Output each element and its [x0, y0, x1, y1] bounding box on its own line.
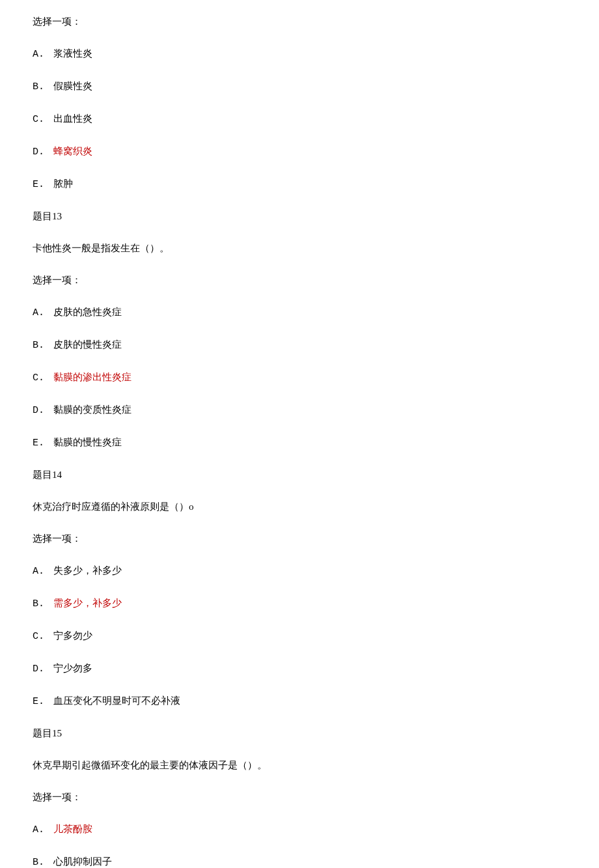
option-letter: C. — [33, 369, 51, 387]
option-a: A. 皮肤的急性炎症 — [33, 303, 566, 322]
option-text: 血压变化不明显时可不必补液 — [53, 695, 180, 706]
option-letter: A. — [33, 304, 51, 322]
option-text: 宁少勿多 — [53, 663, 92, 673]
option-letter: B. — [33, 854, 51, 868]
option-text: 失多少，补多少 — [53, 565, 122, 576]
option-text: 浆液性炎 — [53, 48, 92, 59]
option-e: E. 脓肿 — [33, 175, 566, 193]
option-letter: A. — [33, 821, 51, 839]
option-letter: D. — [33, 402, 51, 419]
question-stem: 卡他性炎一般是指发生在（）。 — [33, 240, 566, 257]
option-text: 心肌抑制因子 — [53, 856, 112, 867]
option-text-highlighted: 儿茶酚胺 — [53, 824, 92, 834]
option-c: C. 宁多勿少 — [33, 627, 566, 645]
question-title: 题目13 — [33, 208, 566, 225]
option-b: B. 需多少，补多少 — [33, 595, 566, 613]
option-text: 皮肤的急性炎症 — [53, 307, 122, 317]
question-title: 题目14 — [33, 466, 566, 484]
question-stem: 休克早期引起微循环变化的最主要的体液因子是（）。 — [33, 757, 566, 774]
option-letter: B. — [33, 595, 51, 613]
option-letter: E. — [33, 434, 51, 452]
question-title: 题目15 — [33, 725, 566, 742]
option-text: 宁多勿少 — [53, 630, 92, 641]
option-a: A. 失多少，补多少 — [33, 562, 566, 580]
option-e: E. 黏膜的慢性炎症 — [33, 434, 566, 452]
select-prompt: 选择一项： — [33, 789, 566, 806]
option-letter: E. — [33, 176, 51, 193]
option-d: D. 黏膜的变质性炎症 — [33, 401, 566, 419]
option-letter: C. — [33, 628, 51, 645]
option-c: C. 出血性炎 — [33, 110, 566, 128]
option-d: D. 蜂窝织炎 — [33, 143, 566, 161]
option-text: 黏膜的慢性炎症 — [53, 437, 122, 447]
option-text: 黏膜的变质性炎症 — [53, 404, 132, 415]
option-text: 出血性炎 — [53, 113, 92, 124]
option-letter: E. — [33, 693, 51, 710]
question-stem: 休克治疗时应遵循的补液原则是（）o — [33, 498, 566, 516]
option-letter: A. — [33, 46, 51, 63]
option-d: D. 宁少勿多 — [33, 660, 566, 678]
option-a: A. 浆液性炎 — [33, 45, 566, 63]
option-b: B. 假膜性炎 — [33, 77, 566, 96]
option-letter: A. — [33, 563, 51, 580]
option-letter: C. — [33, 111, 51, 128]
select-prompt: 选择一项： — [33, 530, 566, 548]
option-text: 皮肤的慢性炎症 — [53, 339, 122, 350]
option-text-highlighted: 黏膜的渗出性炎症 — [53, 372, 132, 382]
option-b: B. 皮肤的慢性炎症 — [33, 336, 566, 354]
option-text: 假膜性炎 — [53, 81, 92, 91]
option-c: C. 黏膜的渗出性炎症 — [33, 369, 566, 387]
option-letter: B. — [33, 337, 51, 354]
option-b: B. 心肌抑制因子 — [33, 853, 566, 868]
option-letter: D. — [33, 660, 51, 678]
option-letter: B. — [33, 78, 51, 96]
option-a: A. 儿茶酚胺 — [33, 820, 566, 839]
select-prompt: 选择一项： — [33, 272, 566, 289]
option-e: E. 血压变化不明显时可不必补液 — [33, 692, 566, 710]
option-letter: D. — [33, 143, 51, 161]
option-text-highlighted: 需多少，补多少 — [53, 598, 122, 608]
option-text: 脓肿 — [53, 178, 73, 189]
option-text-highlighted: 蜂窝织炎 — [53, 146, 92, 156]
select-prompt: 选择一项： — [33, 13, 566, 31]
